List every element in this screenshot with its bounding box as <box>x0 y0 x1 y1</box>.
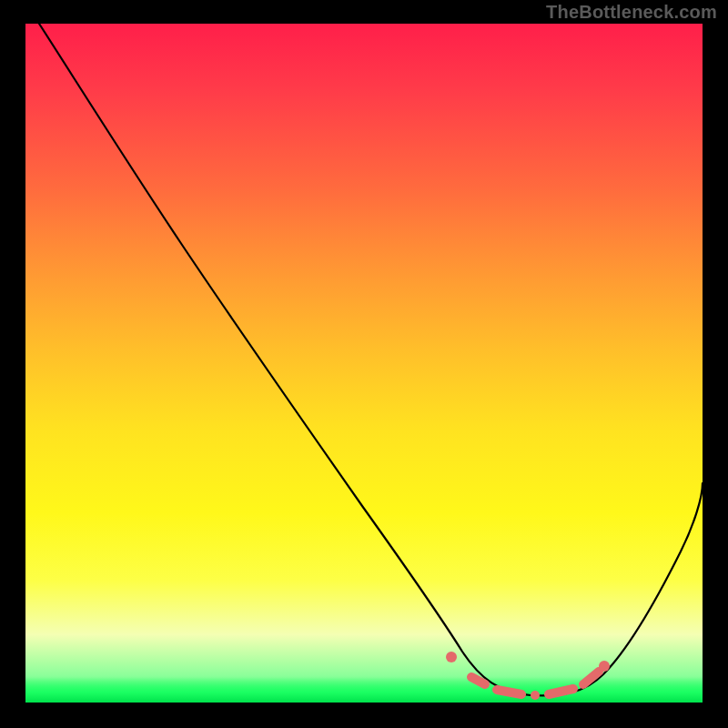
svg-point-2 <box>599 661 610 672</box>
svg-point-1 <box>531 691 540 700</box>
watermark-text: TheBottleneck.com <box>546 2 717 23</box>
bottleneck-curve <box>25 24 703 703</box>
chart-frame: TheBottleneck.com <box>0 0 728 728</box>
plot-area <box>25 24 703 703</box>
curve-path <box>39 24 703 695</box>
optimal-zone-markers <box>446 652 610 700</box>
svg-point-0 <box>446 652 457 662</box>
